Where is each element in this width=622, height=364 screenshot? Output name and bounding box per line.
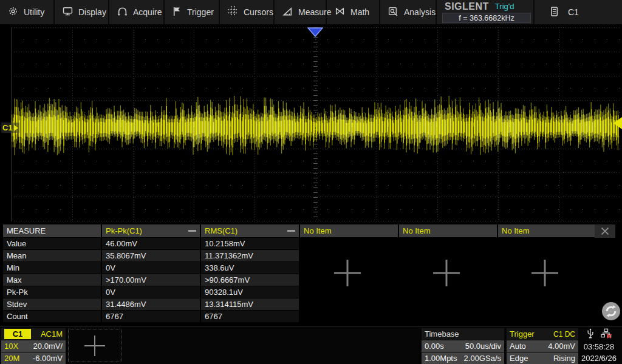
plus-icon	[80, 331, 109, 360]
menu-item-math[interactable]: Math	[327, 0, 380, 24]
remove-measurement-icon[interactable]	[188, 230, 196, 232]
stat-value: 338.6uV	[201, 262, 299, 274]
add-measurement-button[interactable]	[527, 255, 563, 291]
stat-value: >170.00mV	[102, 274, 200, 286]
acquire-icon	[117, 7, 128, 18]
measure-column-2[interactable]: RMS(C1)	[201, 224, 299, 237]
menu-item-label: Acquire	[133, 7, 162, 17]
measure-row-stdev: Stdev31.4486mV13.314115mV	[3, 298, 597, 310]
measure-column-4[interactable]: No Item	[399, 224, 497, 237]
menu-item-label: Math	[350, 7, 369, 17]
close-icon	[600, 226, 610, 237]
menu-item-label: Analysis	[404, 7, 436, 17]
frequency-counter: f = 363.6682kHz	[442, 13, 531, 23]
add-channel-button[interactable]	[68, 329, 121, 362]
stat-value: >90.6667mV	[201, 274, 299, 286]
add-measurement-button[interactable]	[329, 255, 366, 291]
channel1-bandwidth: 20M	[4, 354, 19, 363]
flag-icon	[173, 7, 182, 18]
channel1-offset-label: C1	[2, 123, 13, 132]
bottom-status-bar: C1 AC1M 10X 20.0mV/ 20M -6.00mV Timebase…	[0, 326, 622, 364]
menu-item-cursors[interactable]: Cursors	[220, 0, 275, 24]
plus-icon	[330, 255, 365, 291]
trigger-type: Edge	[510, 354, 528, 363]
stat-value: 6767	[102, 311, 200, 322]
timebase-points: 1.00Mpts	[425, 354, 457, 363]
stat-label: Pk-Pk	[3, 286, 101, 298]
measure-close-button[interactable]	[595, 224, 615, 238]
channel1-settings-box[interactable]: C1 AC1M 10X 20.0mV/ 20M -6.00mV	[1, 328, 66, 364]
channel1-coupling: AC1M	[41, 329, 63, 339]
trigger-settings-box[interactable]: Trigger C1 DC Auto 4.00mV Edge Rising	[507, 328, 578, 364]
measure-column-3[interactable]: No Item	[300, 224, 398, 237]
channel1-probe: 10X	[4, 342, 18, 351]
right-arrow-icon	[14, 125, 18, 131]
trigger-position-marker[interactable]	[307, 27, 323, 39]
measure-column-label: Pk-Pk(C1)	[106, 226, 142, 235]
waveform-display	[12, 27, 620, 221]
measure-row-max: Max>170.00mV>90.6667mV	[3, 274, 597, 286]
measure-column-label: No Item	[304, 226, 332, 235]
trigger-state-badge: Trig'd	[495, 2, 514, 11]
measure-column-label: No Item	[502, 226, 530, 235]
trigger-level-marker[interactable]	[613, 117, 622, 129]
stat-value: 90328.1uV	[201, 286, 299, 298]
channel-menu-button[interactable]: C1	[539, 0, 622, 24]
stat-label: Value	[3, 238, 101, 249]
stat-value: 10.2158mV	[201, 238, 299, 249]
brand-status-block: SIGLENT Trig'd f = 363.6682kHz	[441, 0, 532, 24]
stat-value: 0V	[102, 262, 200, 274]
cursors-icon	[228, 6, 238, 18]
menu-item-trigger[interactable]: Trigger	[165, 0, 220, 24]
measure-column-label: RMS(C1)	[205, 226, 238, 235]
menu-item-label: Cursors	[244, 7, 273, 17]
system-time: 03:58:28	[577, 341, 621, 352]
refresh-icon	[601, 301, 621, 322]
system-date: 2022/6/26	[577, 352, 621, 364]
system-status-area: 03:58:28 2022/6/26	[577, 328, 621, 364]
menu-item-display[interactable]: Display	[55, 0, 109, 24]
measure-row-value: Value46.00mV10.2158mV	[3, 238, 597, 249]
trigger-slope: Rising	[553, 354, 575, 363]
measure-row-count: Count67676767	[3, 311, 597, 322]
plus-icon	[527, 255, 562, 291]
remove-measurement-icon[interactable]	[287, 230, 295, 232]
trigger-source: C1 DC	[553, 330, 575, 339]
usb-icon	[586, 328, 595, 342]
channel1-offset-value: -6.00mV	[33, 354, 63, 363]
channel1-badge: C1	[4, 329, 31, 339]
timebase-delay: 0.00s	[425, 342, 444, 351]
menu-divider	[533, 0, 535, 24]
channel1-scale: 20.0mV/	[33, 342, 63, 351]
stat-value: 46.00mV	[102, 238, 200, 249]
timebase-title: Timebase	[425, 329, 459, 339]
menu-item-label: Trigger	[187, 7, 214, 17]
menu-item-acquire[interactable]: Acquire	[109, 0, 165, 24]
menu-item-analysis[interactable]: Analysis	[380, 0, 437, 24]
measure-header-row: MEASUREPk-Pk(C1)RMS(C1)No ItemNo ItemNo …	[3, 224, 597, 237]
math-icon	[335, 7, 345, 18]
menu-item-utility[interactable]: Utility	[0, 0, 55, 24]
siglent-logo: SIGLENT	[445, 1, 489, 12]
measure-title: MEASURE	[3, 224, 101, 237]
reset-statistics-button[interactable]	[601, 301, 621, 322]
timebase-scale: 50.0us/div	[465, 342, 501, 351]
timebase-settings-box[interactable]: Timebase 0.00s 50.0us/div 1.00Mpts 2.00G…	[422, 328, 504, 364]
trigger-mode: Auto	[510, 342, 526, 351]
measure-column-5[interactable]: No Item	[498, 224, 596, 237]
channel1-offset-marker[interactable]: C1	[1, 123, 19, 133]
measure-icon	[282, 7, 293, 18]
trigger-title: Trigger	[510, 329, 535, 339]
menu-item-label: Utility	[24, 7, 44, 17]
gear-icon	[8, 6, 18, 18]
stat-value: 35.8067mV	[102, 250, 200, 261]
measure-column-1[interactable]: Pk-Pk(C1)	[102, 224, 200, 237]
stat-value: 11.371362mV	[201, 250, 299, 261]
stat-label: Stdev	[3, 298, 101, 310]
add-measurement-button[interactable]	[428, 255, 465, 291]
stat-label: Mean	[3, 250, 101, 261]
menu-item-measure[interactable]: Measure	[275, 0, 327, 24]
stat-label: Count	[3, 311, 101, 322]
measure-column-label: No Item	[403, 226, 431, 235]
trigger-level: 4.00mV	[548, 342, 575, 351]
